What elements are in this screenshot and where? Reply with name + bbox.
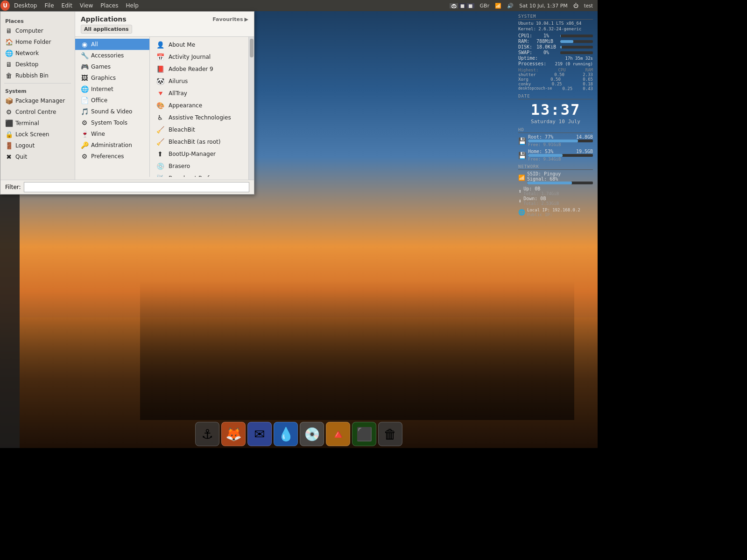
dock-disk[interactable]: 💿 [300,422,324,446]
bleachbit-root-icon: 🧹 [155,137,165,147]
dock-thunderbird[interactable]: ✉ [247,422,272,446]
conky-down-icon: ⬇ [518,198,521,204]
app-activity-journal[interactable]: 📅 Activity Journal [150,51,248,63]
app-broadcast-prefs[interactable]: 📡 Broadcast Preferences [150,172,248,177]
conky-home-icon: 💾 [518,152,526,159]
cat-internet[interactable]: 🌐 Internet [75,84,149,95]
menu-rubbish[interactable]: 🗑 Rubbish Bin [0,70,75,81]
conky-uptime-row: Uptime: 17h 35m 32s [518,56,593,61]
alltray-icon: 🔻 [155,89,165,98]
scroll-thumb[interactable] [250,39,254,57]
cat-all-icon: ◉ [81,41,88,48]
panel-menu-edit[interactable]: Edit [58,0,76,11]
conky-root-info: Root: 77% 14.8GB Free: 9.91GiB [528,134,593,147]
dock-firefox[interactable]: 🦊 [221,422,246,446]
conky-proc-header: Highest: CPU RAM [518,68,593,72]
panel-sound-icon[interactable]: 🔊 [505,3,515,9]
app-bleachbit[interactable]: 🧹 BleachBit [150,124,248,136]
app-assistive-tech[interactable]: ♿ Assistive Technologies [150,112,248,124]
cat-office[interactable]: 📄 Office [75,95,149,106]
favourites-label: Favourites [212,16,243,22]
cat-admin-label: Administration [91,142,132,148]
computer-icon: 🖥 [5,27,13,35]
cat-games[interactable]: 🎮 Games [75,61,149,72]
cat-graphics[interactable]: 🖼 Graphics [75,72,149,84]
apps-scrollbar[interactable] [248,37,254,180]
cat-all[interactable]: ◉ All [75,39,149,50]
conky-cpu-row: CPU1: 1% [518,33,593,38]
dock-vlc[interactable]: 🔺 [326,422,350,446]
cat-accessories-icon: 🔧 [81,52,88,59]
menu-lock-screen[interactable]: 🔒 Lock Screen [0,129,75,140]
conky-down-total: Total: 2.53GiB [523,201,559,206]
conky-ram-fill [560,40,573,43]
app-brasero-label: Brasero [169,163,190,169]
panel-clock[interactable]: Sat 10 Jul, 1:37 PM [517,3,570,9]
dock-anchor[interactable]: ⚓ [195,422,219,446]
conky-root-total: 14.8GB [576,134,593,140]
top-panel: U Desktop File Edit View Places Help 🐼 ■… [0,0,598,11]
app-ailurus[interactable]: 🐼 Ailurus [150,75,248,87]
panel-wifi-icon[interactable]: 📶 [493,3,503,9]
cat-wine[interactable]: 🍷 Wine [75,128,149,140]
proc1-name: shutter [518,72,536,77]
menu-package-manager[interactable]: 📦 Package Manager [0,95,75,106]
panel-menu-help[interactable]: Help [122,0,142,11]
filter-input[interactable] [24,182,249,192]
conky-uptime-val: 17h 35m 32s [565,56,593,61]
panel-power-icon[interactable]: ⏻ [571,3,580,9]
cat-system-tools[interactable]: ⚙ System Tools [75,117,149,128]
cat-admin[interactable]: 🔑 Administration [75,140,149,151]
panel-menu-file[interactable]: File [41,0,58,11]
broadcast-icon: 📡 [155,174,165,177]
conky-ip-icon: 🌐 [518,209,525,216]
menu-network[interactable]: 🌐 Network [0,48,75,59]
app-appearance-label: Appearance [169,102,202,109]
app-bleachbit-root[interactable]: 🧹 BleachBit (as root) [150,136,248,148]
conky-os: Ubuntu 10.04.1 LTS x86_64 [518,21,593,26]
app-alltray[interactable]: 🔻 AllTray [150,87,248,99]
conky-root-free: Free: 9.91GiB [528,142,593,147]
all-apps-tab[interactable]: All applications [81,25,132,34]
cat-sound-video[interactable]: 🎵 Sound & Video [75,106,149,117]
conky-signal: Signal: 68% [527,176,593,182]
menu-quit[interactable]: ✖ Quit [0,151,75,162]
menu-lock-label: Lock Screen [15,131,49,138]
cat-internet-icon: 🌐 [81,85,88,93]
menu-terminal[interactable]: ⬛ Terminal [0,118,75,129]
dock-terminal[interactable]: ⬛ [352,422,376,446]
dock-dropbox[interactable]: 💧 [274,422,298,446]
app-about-me[interactable]: 👤 About Me [150,39,248,51]
panel-menu-desktop[interactable]: Desktop [10,0,41,11]
cat-accessories[interactable]: 🔧 Accessories [75,50,149,61]
proc2-name: Xorg [518,77,529,82]
menu-home[interactable]: 🏠 Home Folder [0,36,75,48]
app-appearance[interactable]: 🎨 Appearance [150,99,248,112]
panel-lang[interactable]: GBr [478,3,492,9]
cat-prefs-label: Preferences [91,153,124,160]
conky-root-row: 💾 Root: 77% 14.8GB Free: 9.91GiB [518,134,593,147]
apps-title: Applications [81,15,127,23]
conky-swap-row: SWAP: 0% [518,50,593,55]
app-brasero[interactable]: 💿 Brasero [150,160,248,172]
app-bootup-manager[interactable]: ⬆ BootUp-Manager [150,148,248,160]
cat-prefs[interactable]: ⚙ Preferences [75,151,149,162]
cat-wine-label: Wine [91,131,105,137]
dock-trash[interactable]: 🗑 [378,422,402,446]
panel-menu-places[interactable]: Places [97,0,122,11]
conky-disk-row: DISK: 18.0KiB [518,44,593,49]
menu-desktop[interactable]: 🖥 Desktop [0,59,75,70]
conky-kernel: Kernel: 2.6.32-24-generic [518,27,593,31]
favourites-link[interactable]: Favourites ▶ [212,16,248,22]
ubuntu-menu-button[interactable]: U [0,0,10,11]
conky-hd-section: HD 💾 Root: 77% 14.8GB Free: 9.91GiB 💾 Ho… [518,127,593,161]
conky-local-ip: Local IP: 192.168.0.2 [527,208,580,212]
menu-computer-label: Computer [15,28,43,34]
app-adobe-reader[interactable]: 📕 Adobe Reader 9 [150,63,248,75]
menu-computer[interactable]: 🖥 Computer [0,25,75,36]
conky-disk-label: DISK: [518,44,532,49]
cat-games-label: Games [91,63,111,70]
menu-control-centre[interactable]: ⚙ Control Centre [0,106,75,118]
menu-logout[interactable]: 🚪 Logout [0,140,75,151]
panel-menu-view[interactable]: View [76,0,97,11]
